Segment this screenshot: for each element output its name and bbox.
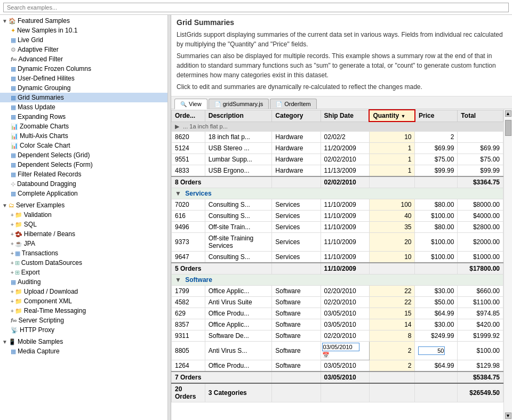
sidebar-item-databound-dragging[interactable]: ⊹ Databound Dragging <box>0 179 167 189</box>
sidebar-item-expanding-rows[interactable]: ▦ Expanding Rows <box>0 112 167 122</box>
sidebar-item-upload[interactable]: + 📁 Upload / Download <box>0 287 167 296</box>
sidebar-item-export[interactable]: + ⊞ Export <box>0 268 167 277</box>
grid-scroll[interactable]: Orde... Description Category Ship Date Q… <box>171 109 503 420</box>
zoomable-charts-label: Zoomable Charts <box>20 123 69 130</box>
sidebar-item-filter-related[interactable]: ▦ Filter Related Records <box>0 169 167 179</box>
page2-icon: 📄 <box>276 101 282 107</box>
vertical-scrollbar[interactable]: ▲ ▼ <box>503 109 512 420</box>
sidebar-item-media-capture[interactable]: ▦ Media Capture <box>0 346 167 356</box>
sidebar-item-hibernate[interactable]: + 🫘 Hibernate / Beans <box>0 229 167 239</box>
col-shipdate[interactable]: Ship Date <box>321 110 369 122</box>
table-row[interactable]: 1799 Office Applic... Software 02/20/201… <box>172 286 503 297</box>
sort-icon: ▼ <box>401 114 405 119</box>
table-row[interactable]: 4582 Anti Virus Suite Software 02/20/201… <box>172 297 503 308</box>
table-row[interactable]: 9373 Off-site Training Services Services… <box>172 233 503 252</box>
rss-icon: 📡 <box>11 327 18 334</box>
sw-expand-icon[interactable]: ▼ <box>175 276 181 284</box>
tab-orderitem[interactable]: 📄 OrderItem <box>270 99 317 109</box>
sidebar-item-new-samples[interactable]: ✦ New Samples in 10.1 <box>0 26 167 35</box>
cell-total: $99.99 <box>458 165 503 177</box>
table-row[interactable]: 4833 USB Ergono... Hardware 11/13/2009 1… <box>172 165 503 177</box>
svc-expand-icon[interactable]: ▼ <box>175 190 181 197</box>
sidebar-item-server-scripting[interactable]: f∞ Server Scripting <box>0 316 167 325</box>
sidebar-item-dynamic-frozen[interactable]: ▦ Dynamic Frozen Columns <box>0 64 167 74</box>
cell-date-editing[interactable]: 📅 <box>321 342 369 360</box>
cell-cat: Hardware <box>272 165 321 177</box>
live-grid-label: Live Grid <box>18 36 43 44</box>
tab-view[interactable]: 🔍 View <box>174 99 207 109</box>
table-row[interactable]: 7020 Consulting S... Services 11/10/2009… <box>172 199 503 211</box>
search-bar <box>0 0 512 15</box>
sidebar-item-live-grid[interactable]: ▦ Live Grid <box>0 35 167 45</box>
sidebar-item-advanced-filter[interactable]: f∞ Advanced Filter <box>0 54 167 64</box>
cell-date: 11/10/2009 <box>321 222 369 233</box>
table-row-editing[interactable]: 8805 Anti Virus S... Software 📅 2 <box>172 342 503 360</box>
table-row[interactable]: 9311 Software De... Software 02/20/2010 … <box>172 330 503 342</box>
sidebar-item-transactions[interactable]: + ▦ Transactions <box>0 248 167 258</box>
mass-update-label: Mass Update <box>18 103 55 111</box>
search-input[interactable] <box>3 3 509 12</box>
hw-summary-qty <box>369 176 415 188</box>
sidebar-item-zoomable-charts[interactable]: 📊 Zoomable Charts <box>0 122 167 131</box>
cell-desc: Lumbar Supp... <box>205 154 272 165</box>
scroll-down-btn[interactable]: ▼ <box>505 413 511 419</box>
col-order[interactable]: Orde... <box>172 110 205 122</box>
sidebar-item-dynamic-grouping[interactable]: ▦ Dynamic Grouping <box>0 83 167 93</box>
table-row[interactable]: 1264 Office Produ... Software 03/05/2010… <box>172 360 503 372</box>
sidebar-section-mobile[interactable]: ▼ 📱 Mobile Samples <box>0 337 167 346</box>
sidebar-item-realtime[interactable]: + 📁 Real-Time Messaging <box>0 306 167 316</box>
grand-blank1 <box>272 383 321 402</box>
col-description[interactable]: Description <box>205 110 272 122</box>
scroll-up-btn[interactable]: ▲ <box>505 110 511 117</box>
col-total[interactable]: Total <box>458 110 503 122</box>
sidebar-item-mass-update[interactable]: ▦ Mass Update <box>0 102 167 112</box>
table-row[interactable]: 5124 USB Stereo ... Hardware 11/20/2009 … <box>172 143 503 154</box>
sidebar-item-custom-ds[interactable]: + ⊞ Custom DataSources <box>0 258 167 268</box>
hibernate-icon: 🫘 <box>15 231 22 238</box>
sidebar-item-multi-axis[interactable]: 📊 Multi-Axis Charts <box>0 131 167 141</box>
table-row[interactable]: 8357 Office Applic... Software 03/05/201… <box>172 319 503 330</box>
sidebar-section-server[interactable]: ▼ 🗂 Server Examples <box>0 200 167 210</box>
sidebar-item-dep-selects-form[interactable]: ▦ Dependent Selects (Form) <box>0 160 167 169</box>
table-row[interactable]: 8620 18 inch flat p... Hardware 02/02/2 … <box>172 132 503 143</box>
table-row[interactable]: 9647 Consulting S... Services 11/10/2009… <box>172 252 503 263</box>
sidebar-section-featured[interactable]: ▼ 🏠 Featured Samples <box>0 16 167 26</box>
sidebar-item-user-defined[interactable]: ▦ User-Defined Hilites <box>0 74 167 83</box>
export-label: Export <box>21 269 40 276</box>
mobile-folder-icon: 📱 <box>9 338 16 345</box>
scroll-thumb[interactable] <box>505 120 511 136</box>
cell-order: 9551 <box>172 154 205 165</box>
sidebar-item-jpa[interactable]: + ☕ JPA <box>0 239 167 248</box>
sidebar-item-validation[interactable]: + 📁 Validation <box>0 210 167 220</box>
sidebar-item-complete-app[interactable]: ▦ Complete Application <box>0 189 167 198</box>
col-price[interactable]: Price <box>415 110 458 122</box>
hw-expand-icon[interactable]: ▶ <box>175 123 179 130</box>
cell-price-editing[interactable] <box>415 342 458 360</box>
cell-total: $8000.00 <box>458 199 503 211</box>
table-row[interactable]: 616 Consulting S... Services 11/10/2009 … <box>172 211 503 222</box>
col-category[interactable]: Category <box>272 110 321 122</box>
sidebar-item-adaptive-filter[interactable]: ⚙ Adaptive Filter <box>0 45 167 54</box>
table-row[interactable]: 629 Office Produ... Software 03/05/2010 … <box>172 308 503 319</box>
component-xml-label: Component XML <box>24 297 72 305</box>
col-quantity[interactable]: Quantity ▼ <box>369 110 415 122</box>
sidebar-item-sql[interactable]: + 📁 SQL <box>0 220 167 229</box>
calendar-icon[interactable]: 📅 <box>322 352 330 358</box>
sidebar-item-grid-summaries[interactable]: ▦ Grid Summaries <box>0 93 167 102</box>
sidebar-item-color-scale[interactable]: 📊 Color Scale Chart <box>0 141 167 150</box>
sidebar-item-auditing[interactable]: ▦ Auditing <box>0 277 167 287</box>
cell-total: $129.98 <box>458 360 503 372</box>
date-input[interactable] <box>322 343 359 351</box>
tab-gridsummary[interactable]: 📄 gridSummary.js <box>209 99 269 109</box>
table-row[interactable]: 9551 Lumbar Supp... Hardware 02/02/2010 … <box>172 154 503 165</box>
sw-summary-total: $5384.75 <box>458 371 503 383</box>
cell-order: 616 <box>172 211 205 222</box>
sidebar-item-http-proxy[interactable]: 📡 HTTP Proxy <box>0 325 167 335</box>
user-defined-label: User-Defined Hilites <box>18 75 75 82</box>
price-input[interactable] <box>418 346 445 355</box>
sidebar-item-dep-selects-grid[interactable]: ▦ Dependent Selects (Grid) <box>0 150 167 160</box>
table-row[interactable]: 9496 Off-site Train... Services 11/10/20… <box>172 222 503 233</box>
cell-qty: 10 <box>369 132 415 143</box>
group-header-services: ▼ Services <box>172 188 503 199</box>
sidebar-item-component-xml[interactable]: + 📁 Component XML <box>0 296 167 306</box>
